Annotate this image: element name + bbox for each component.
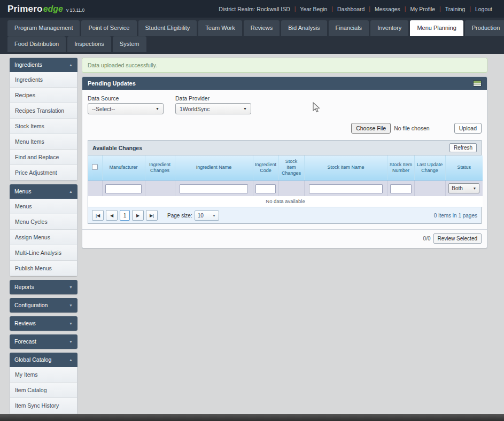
sidebar-section-menus: Menus ▲ Menus Menu Cycles Assign Menus M…	[10, 184, 77, 276]
sidebar-item-assign-menus[interactable]: Assign Menus	[10, 229, 77, 245]
tab-system[interactable]: System	[113, 36, 146, 52]
sidebar-item-stock-items[interactable]: Stock Items	[10, 118, 77, 134]
col-stock-item-changes[interactable]: Stock Item Changes	[278, 155, 304, 180]
tab-student-eligibility[interactable]: Student Eligibility	[138, 20, 197, 36]
filter-manufacturer-input[interactable]	[105, 184, 141, 193]
sidebar-section-configuration: Configuration ▼	[10, 298, 77, 313]
sidebar-item-price-adjustment[interactable]: Price Adjustment	[10, 165, 77, 180]
brand-logo-accent: edge	[43, 4, 63, 14]
col-ingredient-name[interactable]: Ingredient Name	[175, 155, 253, 180]
choose-file-button[interactable]: Choose File	[351, 123, 391, 134]
content-area: Ingredients ▲ Ingredients Recipes Recipe…	[0, 54, 504, 421]
filter-ingredient-code-input[interactable]	[255, 184, 276, 193]
tab-menu-planning[interactable]: Menu Planning	[410, 20, 463, 36]
header-link-training[interactable]: Training	[441, 6, 470, 12]
tab-inspections[interactable]: Inspections	[67, 36, 111, 52]
col-ingredient-changes[interactable]: Ingredient Changes	[145, 155, 175, 180]
tab-point-of-service[interactable]: Point of Service	[81, 20, 136, 36]
collapse-icon[interactable]: ▲	[69, 190, 73, 193]
sidebar-item-item-catalog[interactable]: Item Catalog	[10, 382, 77, 397]
header-link-my-profile[interactable]: My Profile	[406, 6, 439, 12]
sidebar-section-header-menus[interactable]: Menus ▲	[10, 184, 77, 199]
bottom-strip	[0, 414, 504, 421]
data-source-select[interactable]: --Select-- ▼	[88, 103, 164, 114]
filter-ingredient-name-input[interactable]	[180, 184, 248, 193]
upload-button[interactable]: Upload	[454, 123, 482, 134]
current-page-button[interactable]: 1	[120, 210, 130, 221]
tab-team-work[interactable]: Team Work	[198, 20, 242, 36]
filter-stock-item-number-input[interactable]	[390, 184, 412, 193]
file-chosen-status: No file chosen	[394, 125, 430, 131]
sidebar-section-header-reviews[interactable]: Reviews ▼	[10, 316, 77, 331]
table-header-row: Manufacturer Ingredient Changes Ingredie…	[88, 155, 483, 180]
pending-updates-panel: Pending Updates Data Source --Select-- ▼	[82, 76, 487, 248]
col-last-update-change[interactable]: Last Update Change	[414, 155, 445, 180]
col-ingredient-code[interactable]: Ingredient Code	[253, 155, 278, 180]
collapse-icon[interactable]: ▲	[69, 63, 73, 67]
sidebar-section-header-global-catalog[interactable]: Global Catalog ▲	[10, 353, 77, 367]
nav-row-2: Food Distribution Inspections System	[7, 36, 497, 52]
panel-menu-icon[interactable]	[473, 80, 482, 87]
page-size-select[interactable]: 10 ▼	[195, 210, 219, 221]
header-link-year-begin[interactable]: Year Begin	[296, 6, 331, 12]
sidebar-item-item-sync-history[interactable]: Item Sync History	[10, 397, 77, 413]
sidebar-item-menu-cycles[interactable]: Menu Cycles	[10, 214, 77, 229]
col-manufacturer[interactable]: Manufacturer	[102, 155, 145, 180]
sidebar-item-recipes[interactable]: Recipes	[10, 87, 77, 103]
sidebar-item-publish-menus[interactable]: Publish Menus	[10, 260, 77, 276]
main-panel: Data uploaded successfully. Pending Upda…	[82, 58, 487, 248]
col-stock-item-number[interactable]: Stock Item Number	[387, 155, 414, 180]
tab-program-management[interactable]: Program Management	[7, 20, 80, 36]
last-page-button[interactable]: ▶|	[146, 210, 158, 221]
header-link-dashboard[interactable]: Dashboard	[333, 6, 369, 12]
col-status[interactable]: Status	[445, 155, 483, 180]
prev-page-button[interactable]: ◀	[106, 210, 118, 221]
first-page-button[interactable]: |◀	[92, 210, 104, 221]
col-stock-item-name[interactable]: Stock Item Name	[304, 155, 387, 180]
sidebar-section-header-forecast[interactable]: Forecast ▼	[10, 334, 77, 349]
sidebar-item-recipes-translation[interactable]: Recipes Translation	[10, 103, 77, 118]
select-all-checkbox[interactable]	[92, 164, 98, 170]
header-link-district-realm[interactable]: District Realm: Rockwall ISD	[214, 6, 294, 12]
sidebar-section-header-reports[interactable]: Reports ▼	[10, 280, 77, 294]
tab-inventory[interactable]: Inventory	[370, 20, 408, 36]
filter-stock-item-name-input[interactable]	[309, 184, 382, 193]
data-provider-label: Data Provider	[175, 95, 251, 102]
sidebar-item-multi-line-analysis[interactable]: Multi-Line Analysis	[10, 245, 77, 260]
expand-icon[interactable]: ▼	[69, 340, 73, 344]
sidebar-item-find-and-replace[interactable]: Find and Replace	[10, 149, 77, 165]
review-count: 0/0	[423, 236, 431, 241]
sidebar-item-ingredients[interactable]: Ingredients	[10, 72, 77, 87]
collapse-icon[interactable]: ▲	[69, 358, 73, 362]
sidebar-section-global-catalog: Global Catalog ▲ My Items Item Catalog I…	[10, 353, 77, 421]
sidebar-section-reviews: Reviews ▼	[10, 316, 77, 331]
sidebar-section-forecast: Forecast ▼	[10, 334, 77, 349]
tab-bid-analysis[interactable]: Bid Analysis	[281, 20, 327, 36]
changes-table: Manufacturer Ingredient Changes Ingredie…	[88, 155, 483, 207]
upload-controls: Data Source --Select-- ▼ Data Provider 1…	[88, 95, 482, 114]
success-alert: Data uploaded successfully.	[82, 58, 487, 73]
data-provider-select[interactable]: 1WorldSync ▼	[175, 103, 251, 114]
next-page-button[interactable]: ▶	[132, 210, 144, 221]
top-header: Primero edge v 13.11.0 District Realm: R…	[0, 0, 504, 18]
header-link-messages[interactable]: Messages	[370, 6, 405, 12]
sidebar-section-header-ingredients[interactable]: Ingredients ▲	[10, 58, 77, 72]
expand-icon[interactable]: ▼	[69, 285, 73, 289]
tab-financials[interactable]: Financials	[329, 20, 369, 36]
tab-reviews[interactable]: Reviews	[244, 20, 280, 36]
status-filter-select[interactable]: Both ▼	[448, 183, 479, 193]
review-selected-button[interactable]: Review Selected	[433, 233, 482, 244]
tab-food-distribution[interactable]: Food Distribution	[7, 36, 66, 52]
sidebar-section-header-configuration[interactable]: Configuration ▼	[10, 298, 77, 313]
pagination-bar: |◀ ◀ 1 ▶ ▶| Page size: 10 ▼ 0 items in 1…	[88, 207, 481, 223]
expand-icon[interactable]: ▼	[69, 322, 73, 325]
sidebar-item-my-items[interactable]: My Items	[10, 367, 77, 382]
sidebar-item-menu-items[interactable]: Menu Items	[10, 134, 77, 149]
page-size-label: Page size:	[167, 213, 192, 219]
refresh-button[interactable]: Refresh	[449, 143, 477, 152]
tab-production[interactable]: Production	[465, 20, 504, 36]
brand-logo: Primero	[7, 4, 43, 14]
expand-icon[interactable]: ▼	[69, 303, 73, 307]
header-link-logout[interactable]: Logout	[471, 6, 497, 12]
sidebar-item-menus[interactable]: Menus	[10, 199, 77, 214]
